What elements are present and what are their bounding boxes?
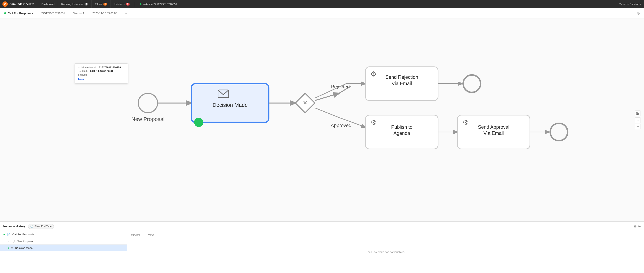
- panel-icons: ⊡ ⊢: [634, 225, 641, 228]
- tooltip-start-label: startDate:: [78, 70, 89, 73]
- rejected-flow: [315, 93, 339, 100]
- process-status-dot: [4, 12, 6, 14]
- instance-id: 2251799813710851: [41, 12, 65, 15]
- clock-icon: 🕐: [30, 225, 33, 228]
- status-icon-green-active: ●: [7, 246, 9, 250]
- svg-text:⚙: ⚙: [462, 119, 468, 126]
- svg-text:Via Email: Via Email: [484, 130, 504, 136]
- svg-text:Send Rejection: Send Rejection: [386, 74, 418, 80]
- history-list: ● 📄 Call For Proposals ✓ New Proposal ● …: [0, 231, 127, 273]
- decision-made-text: Decision Made: [212, 102, 248, 108]
- running-instances-badge: 4: [84, 3, 88, 6]
- svg-text:Send Approval: Send Approval: [478, 124, 510, 130]
- svg-text:Agenda: Agenda: [394, 130, 410, 136]
- svg-text:Via Email: Via Email: [392, 81, 412, 86]
- tooltip-activity-label: activityInstanceId:: [78, 66, 98, 69]
- svg-text:⚙: ⚙: [370, 70, 376, 78]
- app-name: Camunda Operate: [10, 2, 34, 6]
- history-content: ● 📄 Call For Proposals ✓ New Proposal ● …: [0, 231, 644, 273]
- tooltip-end-value: --: [90, 74, 91, 76]
- nav-separator: [135, 2, 135, 6]
- status-icon-green: ●: [3, 233, 5, 236]
- instance-date: 2020-11-16 09:00:00: [92, 12, 117, 15]
- svg-rect-15: [638, 114, 639, 114]
- svg-text:⚙: ⚙: [370, 119, 376, 126]
- variables-header: Variable Value: [131, 234, 640, 238]
- tooltip-end-label: endDate:: [78, 74, 88, 76]
- zoom-in-button[interactable]: +: [635, 118, 641, 123]
- top-navigation: C Camunda Operate Dashboard Running Inst…: [0, 0, 644, 8]
- variable-col-header: Variable: [131, 234, 140, 236]
- zoom-out-button[interactable]: −: [635, 124, 641, 129]
- nav-running-instances[interactable]: Running Instances 4: [58, 0, 92, 8]
- circle-icon: [12, 240, 15, 242]
- expand-panel-button[interactable]: ⊢: [638, 225, 641, 228]
- svg-text:Publish to: Publish to: [391, 124, 412, 130]
- instance-header: Call For Proposals 2251799813710851 Vers…: [0, 8, 644, 18]
- fit-to-screen-button[interactable]: [635, 110, 641, 116]
- bpmn-diagram-area[interactable]: New Proposal Decision Made × Reject: [0, 18, 644, 222]
- history-item-label: New Proposal: [17, 240, 33, 243]
- user-menu[interactable]: Mauricio Salatino ▾: [619, 3, 642, 6]
- tooltip-end-row: endDate: --: [78, 74, 124, 76]
- end-event-lower[interactable]: [550, 124, 568, 141]
- history-item-call-for-proposals[interactable]: ● 📄 Call For Proposals: [0, 231, 127, 238]
- zoom-controls: + −: [635, 110, 641, 129]
- nav-dashboard[interactable]: Dashboard: [38, 0, 58, 8]
- show-end-time-button[interactable]: 🕐 Show End Time: [28, 224, 54, 229]
- start-event[interactable]: [138, 93, 158, 112]
- tooltip-activity-value: 2251799813710856: [99, 66, 121, 69]
- chevron-down-icon: ▾: [640, 3, 642, 6]
- no-variables-message: The Flow Node has no variables.: [131, 250, 640, 254]
- tooltip-start-value: 2020-11-16 09:00:01: [90, 70, 113, 73]
- approved-label: Approved: [331, 123, 352, 128]
- history-item-decision-made[interactable]: ● ✉ Decision Made: [0, 244, 127, 251]
- tooltip-more-link[interactable]: More...: [78, 78, 124, 81]
- doc-icon: 📄: [7, 233, 10, 236]
- bottom-panel: Instance History 🕐 Show End Time ⊡ ⊢ ● 📄…: [0, 222, 644, 273]
- history-item-label: Call For Proposals: [12, 233, 34, 236]
- bottom-panel-header: Instance History 🕐 Show End Time ⊡ ⊢: [0, 222, 644, 231]
- nav-instance[interactable]: Instance 2251799813710851: [136, 3, 180, 6]
- nav-filters[interactable]: Filters 5: [92, 0, 111, 8]
- app-logo[interactable]: C Camunda Operate: [2, 2, 34, 7]
- cancel-icon[interactable]: ⊘: [637, 11, 640, 16]
- logo-circle: C: [2, 2, 8, 7]
- collapse-panel-button[interactable]: ⊡: [634, 225, 637, 228]
- status-icon-check: ✓: [7, 240, 10, 243]
- end-event-upper[interactable]: [463, 75, 481, 92]
- svg-point-1: [194, 118, 203, 127]
- history-item-label: Decision Made: [15, 246, 32, 250]
- filters-badge: 5: [104, 3, 107, 6]
- main-content: New Proposal Decision Made × Reject: [0, 18, 644, 273]
- svg-rect-14: [637, 114, 638, 114]
- instance-version: Version 1: [73, 12, 84, 15]
- svg-rect-12: [637, 112, 638, 113]
- incidents-badge: 0: [126, 3, 130, 6]
- activity-tooltip: activityInstanceId: 2251799813710856 sta…: [75, 64, 128, 84]
- bpmn-canvas: New Proposal Decision Made × Reject: [0, 18, 644, 222]
- svg-text:×: ×: [303, 99, 307, 106]
- process-name: Call For Proposals: [4, 12, 33, 15]
- instance-history-title: Instance History: [3, 225, 26, 228]
- new-proposal-label: New Proposal: [132, 116, 164, 122]
- svg-rect-13: [638, 112, 639, 113]
- rejected-label: Rejected: [331, 84, 350, 90]
- email-icon: ✉: [11, 246, 13, 249]
- approved-flow: [315, 108, 339, 118]
- tooltip-activity-row: activityInstanceId: 2251799813710856: [78, 66, 124, 69]
- variables-panel: Variable Value The Flow Node has no vari…: [127, 231, 644, 273]
- instance-status-dot: [140, 3, 142, 5]
- value-col-header: Value: [148, 234, 154, 236]
- nav-incidents[interactable]: Incidents 0: [111, 0, 133, 8]
- tooltip-start-row: startDate: 2020-11-16 09:00:01: [78, 70, 124, 73]
- history-item-new-proposal[interactable]: ✓ New Proposal: [0, 238, 127, 244]
- instance-dash: --: [125, 12, 127, 15]
